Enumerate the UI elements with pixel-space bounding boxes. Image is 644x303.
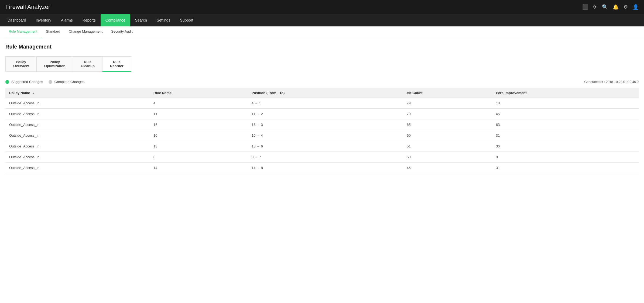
col-header-policy-name[interactable]: Policy Name ▲	[5, 88, 150, 98]
complete-changes-toggle[interactable]: Complete Changes	[49, 80, 84, 84]
rm-tabs: PolicyOverview PolicyOptimization RuleCl…	[5, 56, 639, 72]
app-title: Firewall Analyzer	[5, 4, 50, 11]
cell-hit-count: 50	[403, 152, 492, 163]
tab-rule-cleanup[interactable]: RuleCleanup	[73, 56, 102, 72]
cell-perf-improvement: 31	[492, 130, 639, 141]
table-row: Outside_Access_In 4 4 → 1 79 18	[5, 98, 639, 109]
cell-rule-name: 11	[150, 109, 248, 119]
cell-policy-name: Outside_Access_In	[5, 130, 150, 141]
cell-policy-name: Outside_Access_In	[5, 163, 150, 173]
cell-perf-improvement: 63	[492, 119, 639, 130]
data-table: Policy Name ▲ Rule Name Position (From -…	[5, 88, 639, 173]
subnav-security-audit[interactable]: Security Audit	[107, 26, 137, 37]
search-icon[interactable]: 🔍	[602, 4, 608, 10]
nav-item-alarms[interactable]: Alarms	[56, 14, 78, 26]
tab-policy-optimization[interactable]: PolicyOptimization	[36, 56, 73, 72]
bell-icon[interactable]: 🔔	[613, 4, 619, 10]
subnav-rule-management[interactable]: Rule Management	[4, 26, 42, 37]
cell-perf-improvement: 31	[492, 163, 639, 173]
suggested-changes-toggle[interactable]: Suggested Changes	[5, 80, 43, 84]
cell-rule-name: 16	[150, 119, 248, 130]
page-title: Rule Management	[5, 44, 639, 50]
table-row: Outside_Access_In 10 10 → 4 60 31	[5, 130, 639, 141]
col-header-rule-name: Rule Name	[150, 88, 248, 98]
user-icon[interactable]: 👤	[633, 4, 639, 10]
cell-hit-count: 45	[403, 163, 492, 173]
cell-rule-name: 14	[150, 163, 248, 173]
cell-position: 16 → 3	[248, 119, 403, 130]
cell-policy-name: Outside_Access_In	[5, 109, 150, 119]
table-row: Outside_Access_In 11 11 → 2 70 45	[5, 109, 639, 119]
tab-policy-overview[interactable]: PolicyOverview	[5, 56, 36, 72]
table-row: Outside_Access_In 14 14 → 8 45 31	[5, 163, 639, 173]
nav-item-search[interactable]: Search	[130, 14, 152, 26]
subnav-change-management[interactable]: Change Management	[64, 26, 107, 37]
cell-position: 11 → 2	[248, 109, 403, 119]
cell-hit-count: 70	[403, 109, 492, 119]
gear-icon[interactable]: ⚙	[624, 4, 628, 10]
nav-item-inventory[interactable]: Inventory	[31, 14, 56, 26]
cell-perf-improvement: 9	[492, 152, 639, 163]
sort-arrow-policy: ▲	[32, 92, 35, 95]
complete-label: Complete Changes	[54, 80, 84, 84]
nav-item-dashboard[interactable]: Dashboard	[3, 14, 31, 26]
toggle-area: Suggested Changes Complete Changes Gener…	[5, 80, 639, 84]
cell-rule-name: 13	[150, 141, 248, 152]
sub-nav: Rule Management Standard Change Manageme…	[0, 26, 644, 37]
cell-perf-improvement: 36	[492, 141, 639, 152]
page-content: Rule Management PolicyOverview PolicyOpt…	[0, 37, 644, 303]
generated-text: Generated at : 2018-10-23 01:19:46.0	[584, 80, 639, 84]
nav-item-reports[interactable]: Reports	[78, 14, 101, 26]
cell-position: 10 → 4	[248, 130, 403, 141]
cell-policy-name: Outside_Access_In	[5, 98, 150, 109]
cell-hit-count: 60	[403, 130, 492, 141]
cell-position: 14 → 8	[248, 163, 403, 173]
cell-position: 13 → 6	[248, 141, 403, 152]
table-header-row: Policy Name ▲ Rule Name Position (From -…	[5, 88, 639, 98]
cell-policy-name: Outside_Access_In	[5, 141, 150, 152]
col-header-position: Position (From - To)	[248, 88, 403, 98]
top-icons-area: ⬛ ✈ 🔍 🔔 ⚙ 👤	[582, 4, 639, 10]
main-nav: Dashboard Inventory Alarms Reports Compl…	[0, 14, 644, 26]
subnav-standard[interactable]: Standard	[42, 26, 64, 37]
col-header-hit-count: Hit Count	[403, 88, 492, 98]
cell-rule-name: 10	[150, 130, 248, 141]
top-bar: Firewall Analyzer ⬛ ✈ 🔍 🔔 ⚙ 👤	[0, 0, 644, 14]
table-row: Outside_Access_In 8 8 → 7 50 9	[5, 152, 639, 163]
tab-rule-reorder[interactable]: RuleReorder	[102, 56, 131, 72]
cell-hit-count: 51	[403, 141, 492, 152]
nav-item-settings[interactable]: Settings	[152, 14, 175, 26]
cell-hit-count: 79	[403, 98, 492, 109]
toggle-left: Suggested Changes Complete Changes	[5, 80, 84, 84]
suggested-label: Suggested Changes	[11, 80, 43, 84]
cell-position: 8 → 7	[248, 152, 403, 163]
cell-position: 4 → 1	[248, 98, 403, 109]
col-header-perf-improvement: Perf. Improvement	[492, 88, 639, 98]
nav-item-support[interactable]: Support	[175, 14, 198, 26]
table-row: Outside_Access_In 13 13 → 6 51 36	[5, 141, 639, 152]
rocket-icon[interactable]: ✈	[593, 4, 597, 10]
table-row: Outside_Access_In 16 16 → 3 65 63	[5, 119, 639, 130]
cell-policy-name: Outside_Access_In	[5, 152, 150, 163]
cell-perf-improvement: 18	[492, 98, 639, 109]
monitor-icon[interactable]: ⬛	[582, 4, 588, 10]
cell-perf-improvement: 45	[492, 109, 639, 119]
cell-rule-name: 4	[150, 98, 248, 109]
complete-dot	[49, 80, 52, 84]
nav-item-compliance[interactable]: Compliance	[101, 14, 130, 26]
cell-policy-name: Outside_Access_In	[5, 119, 150, 130]
cell-rule-name: 8	[150, 152, 248, 163]
cell-hit-count: 65	[403, 119, 492, 130]
suggested-dot	[5, 80, 9, 84]
